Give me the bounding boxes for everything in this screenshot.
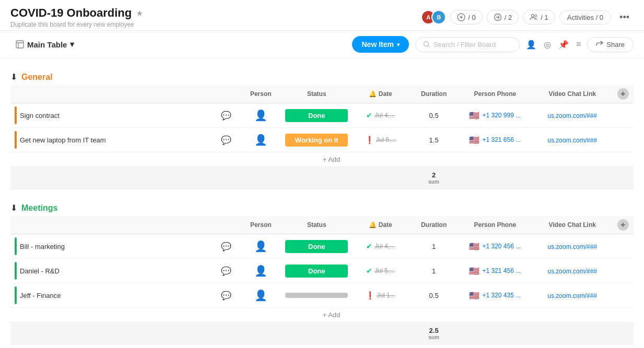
add-col-icon[interactable]: + [617,88,629,100]
video-link[interactable]: us.zoom.com/### [547,243,597,250]
person-icon[interactable]: 👤 [254,241,267,252]
pin-icon[interactable]: 📌 [558,40,569,50]
search-filter-box[interactable]: Search / Filter Board [415,37,520,52]
video-cell[interactable]: us.zoom.com/### [532,259,612,283]
phone-value[interactable]: 🇺🇸+1 320 456 ... [460,242,530,251]
col-status-header-general: Status [282,85,352,103]
person-icon[interactable]: 👤 [254,290,267,301]
new-item-label: New Item [361,40,393,49]
group-meetings-toggle[interactable]: ⬇ [10,203,17,213]
activities-button[interactable]: Activities / 0 [559,10,611,25]
add-item-button[interactable]: + Add [10,152,634,167]
connect-button[interactable]: / 2 [487,10,519,25]
add-item-button[interactable]: + Add [10,308,634,322]
person-icon[interactable]: 👤 [254,265,267,277]
col-add-header-general[interactable]: + [612,85,634,103]
status-cell[interactable] [282,283,352,308]
col-add-header-meetings[interactable]: + [612,216,634,234]
person-cell[interactable]: 👤 [239,234,282,259]
date-icon: ❗ [366,291,374,299]
person-icon[interactable]: 👤 [254,134,267,146]
meetings-sum-label: sum [412,334,456,340]
video-cell[interactable]: us.zoom.com/### [532,283,612,308]
share-button[interactable]: Share [587,37,634,52]
person-cell[interactable]: 👤 [239,283,282,308]
more-options-button[interactable]: ••• [615,9,634,26]
group-general-toggle[interactable]: ⬇ [10,72,17,82]
svg-rect-3 [16,41,24,48]
share-icon [596,41,603,48]
video-link[interactable]: us.zoom.com/### [547,137,597,144]
duration-cell: 0.5 [410,103,458,128]
add-col-cell [612,103,634,128]
table-row: Daniel - R&D 💬👤Done✔Jul 5,...1🇺🇸+1 321 4… [10,259,634,283]
status-badge[interactable]: Working on it [285,134,348,147]
person-cell[interactable]: 👤 [239,103,282,128]
meetings-sum-value: 2.5 [429,327,439,334]
star-icon[interactable]: ★ [136,8,143,18]
duration-value: 0.5 [429,292,439,299]
phone-value[interactable]: 🇺🇸+1 320 999 ... [460,111,530,121]
video-link[interactable]: us.zoom.com/### [547,292,597,299]
date-cell: ❗Jul 1... [352,283,410,308]
comment-icon[interactable]: 💬 [221,291,231,300]
status-badge[interactable]: Done [285,109,348,122]
phone-value[interactable]: 🇺🇸+1 321 456 ... [460,266,530,276]
add-col-icon-m[interactable]: + [617,219,629,231]
svg-point-1 [532,15,534,17]
comment-cell[interactable]: 💬 [213,259,239,283]
add-row[interactable]: + Add [10,308,634,322]
add-row[interactable]: + Add [10,152,634,167]
status-cell[interactable]: Working on it [282,128,352,152]
video-cell[interactable]: us.zoom.com/### [532,103,612,128]
status-cell[interactable]: Done [282,259,352,283]
status-cell[interactable]: Done [282,103,352,128]
title-area: COVID-19 Onboarding ★ Duplicate this boa… [10,6,143,28]
connect-icon [494,13,502,21]
phone-cell[interactable]: 🇺🇸+1 321 656 ... [458,128,532,152]
phone-cell[interactable]: 🇺🇸+1 320 999 ... [458,103,532,128]
status-badge[interactable]: Done [285,265,348,278]
group-color-bar [15,262,17,280]
board-content: ⬇ General Person Status 🔔 Date Duration … [0,58,644,348]
person-cell[interactable]: 👤 [239,259,282,283]
people-count: / 1 [541,14,548,21]
people-button[interactable]: / 1 [523,10,555,25]
person-cell[interactable]: 👤 [239,128,282,152]
col-video-header-general: Video Chat Link [532,85,612,103]
main-table-button[interactable]: Main Table ▾ [10,37,79,52]
title-row: COVID-19 Onboarding ★ [10,6,143,20]
add-col-cell [612,128,634,152]
comment-icon[interactable]: 💬 [221,242,231,251]
phone-cell[interactable]: 🇺🇸+1 320 435 ... [458,283,532,308]
phone-value[interactable]: 🇺🇸+1 320 435 ... [460,291,530,301]
filter-icon[interactable]: ≡ [576,40,581,49]
comment-cell[interactable]: 💬 [213,103,239,128]
person-icon[interactable]: 👤 [254,110,267,121]
comment-cell[interactable]: 💬 [213,128,239,152]
comment-icon[interactable]: 💬 [221,267,231,275]
status-badge[interactable]: Done [285,240,348,253]
video-cell[interactable]: us.zoom.com/### [532,128,612,152]
person-filter-icon[interactable]: 👤 [526,40,536,50]
invite-icon [457,13,465,21]
invite-button[interactable]: / 0 [450,10,482,25]
phone-value[interactable]: 🇺🇸+1 321 656 ... [460,135,530,145]
date-value: ✔Jul 4,... [354,242,408,250]
comment-cell[interactable]: 💬 [213,234,239,259]
duration-value: 1 [432,243,436,250]
task-name: Get new laptop from IT team [20,136,106,144]
new-item-button[interactable]: New Item ▾ [352,36,408,53]
comment-icon[interactable]: 💬 [221,111,231,120]
col-duration-header-meetings: Duration [410,216,458,234]
phone-cell[interactable]: 🇺🇸+1 320 456 ... [458,234,532,259]
comment-cell[interactable]: 💬 [213,283,239,308]
comment-icon[interactable]: 💬 [221,136,231,145]
video-link[interactable]: us.zoom.com/### [547,268,597,275]
phone-cell[interactable]: 🇺🇸+1 321 456 ... [458,259,532,283]
video-cell[interactable]: us.zoom.com/### [532,234,612,259]
status-cell[interactable]: Done [282,234,352,259]
video-link[interactable]: us.zoom.com/### [547,112,597,119]
status-badge[interactable] [285,293,348,298]
eye-icon[interactable]: ◎ [544,40,551,50]
